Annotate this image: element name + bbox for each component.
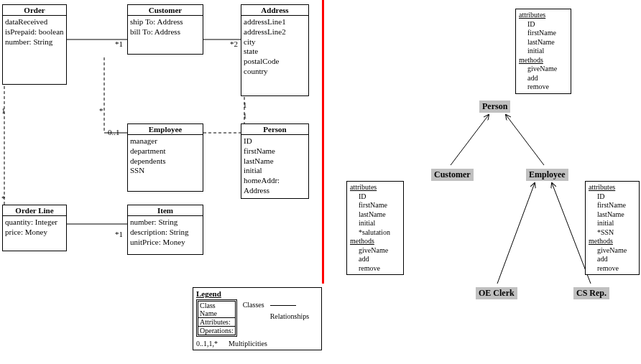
multiplicity-label: 0..1 [108, 128, 120, 136]
legend-mini-row: Class Name [198, 302, 235, 318]
meta-attrs: ID firstName lastName initial *salutatio… [350, 192, 400, 238]
class-attributes: manager department dependents SSN [128, 135, 203, 177]
vertical-divider [322, 0, 324, 284]
class-attributes: dataReceived isPrepaid: boolean number: … [3, 16, 66, 48]
meta-meth-header: methods [350, 237, 400, 246]
class-title: Item [128, 205, 203, 216]
meta-meth-header: methods [519, 56, 568, 65]
class-employee: Employee manager department dependents S… [127, 123, 203, 192]
meta-attr-header: attributes [519, 11, 568, 20]
uml-class-diagram: Order dataReceived isPrepaid: boolean nu… [0, 0, 322, 364]
class-address: Address addressLine1 addressLine2 city s… [241, 4, 309, 96]
multiplicity-label: *1 [115, 39, 123, 48]
meta-employee: attributes ID firstName lastName initial… [585, 181, 640, 275]
svg-line-10 [497, 183, 535, 284]
node-person: Person [479, 101, 510, 113]
meta-meths: giveName add remove [519, 65, 568, 92]
meta-attr-header: attributes [589, 183, 636, 192]
multiplicity-label: 1 [1, 106, 6, 115]
multiplicity-label: *1 [115, 230, 123, 238]
meta-meths: giveName add remove [589, 246, 636, 274]
class-order: Order dataReceived isPrepaid: boolean nu… [2, 4, 67, 85]
class-item: Item number: String description: String … [127, 205, 203, 255]
node-employee: Employee [526, 169, 568, 181]
class-attributes: number: String description: String unitP… [128, 216, 203, 248]
node-customer: Customer [431, 169, 474, 181]
legend-mult-label: Multiplicities [229, 340, 267, 347]
inheritance-diagram: Person Customer Employee OE Clerk CS Rep… [325, 0, 641, 364]
meta-customer: attributes ID firstName lastName initial… [346, 181, 404, 275]
class-title: Order Line [3, 205, 66, 216]
class-attributes: addressLine1 addressLine2 city state pos… [241, 16, 308, 78]
svg-line-9 [506, 115, 544, 165]
class-customer: Customer ship To: Address bill To: Addre… [127, 4, 203, 55]
node-oe-clerk: OE Clerk [476, 287, 517, 299]
multiplicity-label: *2 [230, 39, 238, 48]
legend-class-mini: Class Name Attributes: Operations: [196, 299, 237, 337]
class-orderline: Order Line quantity: Integer price: Mone… [2, 205, 67, 251]
class-title: Customer [128, 5, 203, 16]
multiplicity-label: 1 [243, 111, 247, 120]
class-title: Address [241, 5, 308, 16]
legend-title: Legend [193, 288, 321, 298]
legend-mini-row: Attributes: [198, 318, 235, 327]
multiplicity-label: 1 [243, 101, 247, 109]
meta-meths: giveName add remove [350, 246, 400, 274]
meta-meth-header: methods [589, 237, 636, 246]
class-title: Employee [128, 124, 203, 135]
multiplicity-label: * [1, 194, 6, 202]
class-title: Order [3, 5, 66, 16]
legend-mult-values: 0..1,1,* [196, 340, 218, 347]
class-attributes: ID firstName lastName initial homeAddr: … [241, 135, 308, 197]
class-attributes: quantity: Integer price: Money [3, 216, 66, 239]
meta-attrs: ID firstName lastName initial *SSN [589, 192, 636, 238]
meta-attr-header: attributes [350, 183, 400, 192]
legend-relationships-label: Relationships [270, 312, 309, 320]
legend-mini-row: Operations: [198, 327, 235, 335]
svg-line-8 [451, 115, 489, 165]
node-cs-rep: CS Rep. [573, 287, 609, 299]
multiplicity-label: * [99, 106, 103, 115]
class-attributes: ship To: Address bill To: Address [128, 16, 203, 39]
class-person: Person ID firstName lastName initial hom… [241, 123, 309, 199]
meta-person: attributes ID firstName lastName initial… [515, 9, 571, 94]
class-title: Person [241, 124, 308, 135]
meta-attrs: ID firstName lastName initial [519, 20, 568, 56]
legend-classes-label: Classes [243, 299, 264, 311]
legend-box: Legend Class Name Attributes: Operations… [193, 287, 322, 350]
